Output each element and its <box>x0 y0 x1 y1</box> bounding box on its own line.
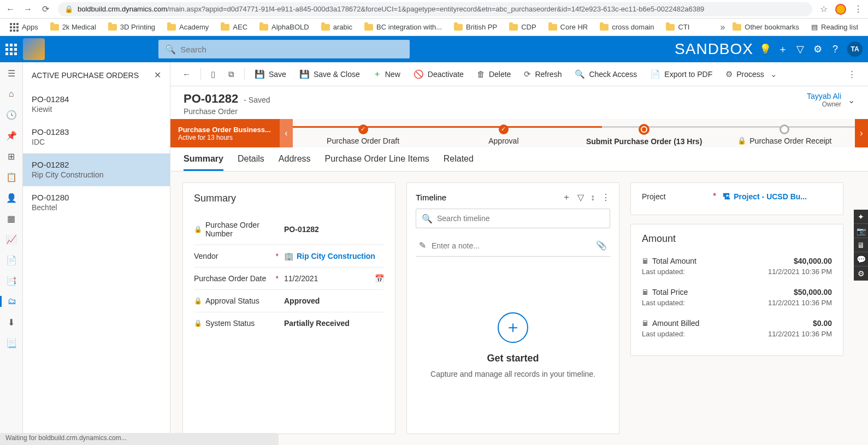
forward-icon[interactable]: → <box>23 4 33 14</box>
tool-icon-5[interactable]: ⚙ <box>854 266 868 281</box>
back-icon[interactable]: ← <box>5 4 15 14</box>
filter-icon[interactable]: ▽ <box>795 44 806 55</box>
bpf-stage-submit[interactable]: Submit Purchase Order (13 Hrs) <box>574 121 715 146</box>
purchase-orders-icon[interactable]: 🗂 <box>0 296 22 307</box>
nav-icon-7[interactable]: 📑 <box>6 275 17 286</box>
owner-name[interactable]: Tayyab Ali <box>807 92 841 100</box>
bpf-stage-draft[interactable]: ✓ Purchase Order Draft <box>293 122 433 145</box>
kebab-icon[interactable]: ⋮ <box>854 4 863 14</box>
home-icon[interactable]: ⌂ <box>6 88 17 99</box>
delete-button[interactable]: 🗑Delete <box>471 66 516 82</box>
menu-icon[interactable]: ☰ <box>6 68 17 79</box>
deactivate-button[interactable]: 🚫Deactivate <box>408 66 469 82</box>
popout-icon: ⧉ <box>228 69 234 79</box>
list-item[interactable]: PO-01280 Bechtel <box>23 186 170 219</box>
bookmark-item[interactable]: CDP <box>505 22 540 32</box>
bookmark-item[interactable]: CTI <box>662 22 694 32</box>
profile-avatar-icon[interactable] <box>835 4 846 15</box>
lightbulb-icon[interactable]: 💡 <box>760 44 771 55</box>
close-list-icon[interactable]: ✕ <box>154 70 161 80</box>
bpf-stage-receipt[interactable]: 🔒Purchase Order Receipt <box>715 122 855 145</box>
timeline-note-input[interactable] <box>432 241 591 250</box>
list-item[interactable]: PO-01284 Kiewit <box>23 88 170 121</box>
tab-address[interactable]: Address <box>279 154 311 171</box>
bookmark-item[interactable]: BC integration with... <box>360 22 446 32</box>
refresh-button[interactable]: ⟳Refresh <box>518 66 567 82</box>
timeline-get-started-button[interactable]: ＋ <box>498 312 528 343</box>
bpf-stage-approval[interactable]: ✓ Approval <box>433 122 574 145</box>
app-launcher-icon[interactable] <box>5 44 16 55</box>
tab-related[interactable]: Related <box>444 154 474 171</box>
nav-icon-8[interactable]: ⬇ <box>6 317 17 328</box>
vendor-lookup[interactable]: 🏢Rip City Construction <box>284 252 384 260</box>
list-item[interactable]: PO-01282 Rip City Construction <box>23 153 170 186</box>
bookmark-item[interactable]: AlphaBOLD <box>255 22 314 32</box>
timeline-sort-icon[interactable]: ↕ <box>591 193 595 203</box>
list-item[interactable]: PO-01283 IDC <box>23 121 170 153</box>
search-input[interactable] <box>180 45 403 54</box>
popout-button[interactable]: ⧉ <box>223 66 240 82</box>
address-bar[interactable]: 🔒 boldbuild.crm.dynamics.com/main.aspx?a… <box>58 2 812 16</box>
open-record-set-button[interactable]: ▯ <box>205 66 221 82</box>
bpf-next-icon[interactable]: › <box>855 119 868 147</box>
add-icon[interactable]: ＋ <box>777 44 788 55</box>
timeline-more-icon[interactable]: ⋮ <box>601 192 610 203</box>
nav-icon-3[interactable]: 👤 <box>6 192 17 203</box>
nav-icon-5[interactable]: 📈 <box>6 234 17 245</box>
bookmark-item[interactable]: cross domain <box>595 22 658 32</box>
bookmark-item[interactable]: Academy <box>163 22 213 32</box>
reload-icon[interactable]: ⟳ <box>40 4 50 14</box>
nav-icon-6[interactable]: 📄 <box>6 254 17 265</box>
project-lookup[interactable]: 🏗Project - UCSD Bu... <box>723 192 807 201</box>
bookmark-item[interactable]: AEC <box>216 22 252 32</box>
bookmark-item[interactable]: 2k Medical <box>46 22 101 32</box>
settings-icon[interactable]: ⚙ <box>812 44 823 55</box>
tool-icon-4[interactable]: 💬 <box>854 252 868 266</box>
tool-icon-1[interactable]: ✦ <box>854 210 868 224</box>
star-icon[interactable]: ☆ <box>820 4 828 14</box>
timeline-search-input[interactable] <box>437 214 604 223</box>
apps-button[interactable]: Apps <box>5 22 43 33</box>
header-expand-icon[interactable]: ⌄ <box>848 95 855 105</box>
tab-details[interactable]: Details <box>238 154 264 171</box>
save-close-button[interactable]: 💾Save & Close <box>294 66 365 82</box>
tab-summary[interactable]: Summary <box>184 154 223 171</box>
bookmark-item[interactable]: arabic <box>317 22 357 32</box>
tool-icon-3[interactable]: 🖥 <box>854 238 868 252</box>
export-pdf-button[interactable]: 📄Export to PDF <box>645 66 718 82</box>
bookmark-item[interactable]: British PP <box>450 22 501 32</box>
tab-line-items[interactable]: Purchase Order Line Items <box>325 154 429 171</box>
po-date-field[interactable]: 11/2/2021📅 <box>284 274 384 283</box>
nav-icon-9[interactable]: 📃 <box>6 337 17 348</box>
global-search[interactable]: 🔍 <box>158 40 410 58</box>
reading-list-button[interactable]: ▤Reading list <box>807 22 863 32</box>
nav-icon-4[interactable]: ▦ <box>6 213 17 224</box>
app-logo-icon[interactable] <box>23 38 45 60</box>
calendar-icon[interactable]: 📅 <box>375 274 384 283</box>
tool-icon-2[interactable]: 📷 <box>854 224 868 238</box>
go-back-button[interactable]: ← <box>177 66 196 82</box>
timeline-filter-icon[interactable]: ▽ <box>577 192 584 203</box>
attachment-icon[interactable]: 📎 <box>596 240 607 251</box>
check-access-button[interactable]: 🔍Check Access <box>569 66 642 82</box>
bookmark-item[interactable]: Core HR <box>544 22 593 32</box>
other-bookmarks[interactable]: Other bookmarks <box>728 22 804 32</box>
save-button[interactable]: 💾Save <box>249 66 292 82</box>
new-button[interactable]: ＋New <box>368 66 406 82</box>
process-button[interactable]: ⚙Process⌄ <box>720 66 783 82</box>
bpf-collapse-icon[interactable]: ‹ <box>280 119 293 147</box>
help-icon[interactable]: ? <box>830 44 841 55</box>
bookmarks-bar: Apps 2k Medical 3D Printing Academy AEC … <box>0 19 868 36</box>
more-bookmarks-icon[interactable]: » <box>720 22 725 32</box>
bpf-name-chip[interactable]: Purchase Order Business... Active for 13… <box>170 119 280 147</box>
pinned-icon[interactable]: 📌 <box>6 130 17 141</box>
timeline-add-icon[interactable]: ＋ <box>562 192 571 203</box>
nav-icon-1[interactable]: ⊞ <box>6 151 17 162</box>
timeline-search[interactable]: 🔍 <box>416 209 610 228</box>
user-avatar[interactable]: TA <box>847 41 863 57</box>
nav-icon-2[interactable]: 📋 <box>6 171 17 182</box>
recent-icon[interactable]: 🕓 <box>6 109 17 120</box>
timeline-note-row[interactable]: ✎ 📎 <box>416 235 610 257</box>
bookmark-item[interactable]: 3D Printing <box>104 22 160 32</box>
overflow-button[interactable]: ⋮ <box>842 66 861 82</box>
